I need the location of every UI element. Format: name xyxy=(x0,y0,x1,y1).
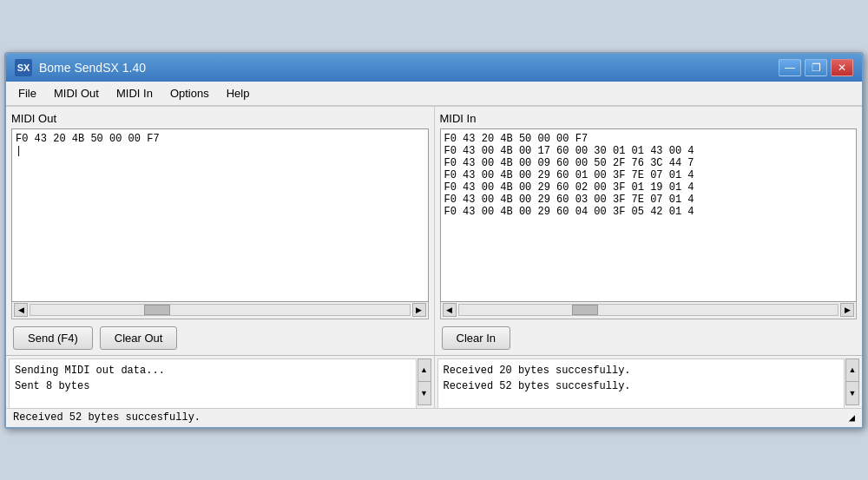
clear-out-button[interactable]: Clear Out xyxy=(100,326,178,350)
status-in-line1: Received 20 bytes succesfully. xyxy=(444,363,839,378)
midi-out-scroll-left[interactable]: ◀ xyxy=(14,303,28,317)
midi-in-scroll-thumb[interactable] xyxy=(572,305,598,315)
window-controls: — ❐ ✕ xyxy=(779,59,853,76)
status-in-panel: Received 20 bytes succesfully. Received … xyxy=(435,356,863,408)
midi-in-scrollbar: ◀ ▶ xyxy=(440,302,858,319)
app-icon: SX xyxy=(15,59,32,76)
status-in-scroll-down[interactable]: ▼ xyxy=(846,382,858,404)
send-button[interactable]: Send (F4) xyxy=(13,326,93,350)
menu-midi-in[interactable]: MIDI In xyxy=(109,84,160,102)
status-out-line2: Sent 8 bytes xyxy=(15,378,411,394)
close-button[interactable]: ✕ xyxy=(831,59,853,76)
menu-file[interactable]: File xyxy=(11,84,43,102)
midi-out-buttons: Send (F4) Clear Out xyxy=(11,326,429,350)
midi-in-panel: MIDI In ◀ ▶ Clear In xyxy=(435,107,863,355)
midi-in-scroll-left[interactable]: ◀ xyxy=(443,303,457,317)
midi-out-scroll-right[interactable]: ▶ xyxy=(412,303,426,317)
midi-out-textarea[interactable] xyxy=(12,129,428,301)
clear-in-button[interactable]: Clear In xyxy=(442,326,511,350)
main-content: MIDI Out ◀ ▶ Send (F4) Clear Out MIDI In xyxy=(6,106,862,355)
title-bar-left: SX Bome SendSX 1.40 xyxy=(15,59,146,76)
midi-in-textarea[interactable] xyxy=(441,129,857,301)
midi-out-panel: MIDI Out ◀ ▶ Send (F4) Clear Out xyxy=(6,107,435,355)
status-in-line2: Received 52 bytes succesfully. xyxy=(444,378,839,394)
status-out-line1: Sending MIDI out data... xyxy=(15,363,411,378)
menubar: File MIDI Out MIDI In Options Help xyxy=(6,82,862,106)
window-title: Bome SendSX 1.40 xyxy=(39,61,146,75)
status-in-scroll-up[interactable]: ▲ xyxy=(846,359,858,383)
midi-out-scrollbar: ◀ ▶ xyxy=(11,302,429,319)
midi-out-textarea-wrapper xyxy=(11,128,429,302)
midi-in-scroll-track[interactable] xyxy=(458,304,839,316)
status-out-scroll-down[interactable]: ▼ xyxy=(418,382,431,404)
status-out-panel: Sending MIDI out data... Sent 8 bytes ▲ … xyxy=(6,356,435,408)
midi-in-textarea-wrapper xyxy=(440,128,858,302)
menu-options[interactable]: Options xyxy=(163,84,216,102)
resize-grip-icon: ◢ xyxy=(849,411,855,424)
status-section: Sending MIDI out data... Sent 8 bytes ▲ … xyxy=(6,355,862,408)
status-in-text: Received 20 bytes succesfully. Received … xyxy=(437,358,845,408)
midi-in-title: MIDI In xyxy=(440,112,858,125)
status-out-scroll-up[interactable]: ▲ xyxy=(418,359,431,383)
menu-midi-out[interactable]: MIDI Out xyxy=(47,84,106,102)
status-out-scrollbtns: ▲ ▼ xyxy=(418,358,431,405)
title-bar: SX Bome SendSX 1.40 — ❐ ✕ xyxy=(6,54,862,82)
bottom-statusbar: Received 52 bytes succesfully. ◢ xyxy=(6,408,862,427)
bottom-status-text: Received 52 bytes succesfully. xyxy=(13,411,201,424)
midi-out-scroll-track[interactable] xyxy=(30,304,411,316)
midi-out-title: MIDI Out xyxy=(11,112,429,125)
status-out-text: Sending MIDI out data... Sent 8 bytes xyxy=(9,358,417,408)
menu-help[interactable]: Help xyxy=(220,84,257,102)
maximize-button[interactable]: ❐ xyxy=(805,59,827,76)
midi-in-scroll-right[interactable]: ▶ xyxy=(840,303,854,317)
minimize-button[interactable]: — xyxy=(779,59,801,76)
main-window: SX Bome SendSX 1.40 — ❐ ✕ File MIDI Out … xyxy=(4,52,864,429)
midi-out-scroll-thumb[interactable] xyxy=(144,305,170,315)
status-in-scrollbtns: ▲ ▼ xyxy=(845,358,859,405)
midi-in-buttons: Clear In xyxy=(440,326,858,350)
